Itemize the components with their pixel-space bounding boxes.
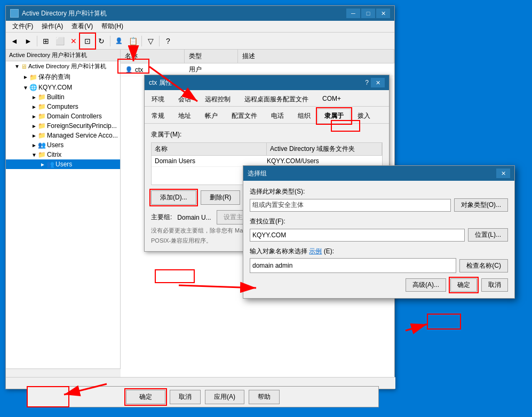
tab-address[interactable]: 地址	[171, 109, 198, 123]
object-type-input[interactable]	[250, 199, 451, 212]
tab-profile[interactable]: 配置文件	[225, 109, 264, 123]
bottom-cancel-button[interactable]: 取消	[170, 390, 201, 404]
add-button[interactable]: 添加(D)...	[151, 190, 196, 205]
citrix-users-icon: 👥	[46, 161, 54, 168]
tree-arrow-aduc: ▼	[14, 63, 21, 69]
aduc-icon: 🖥	[21, 63, 27, 70]
tab-rdp-profile[interactable]: 远程桌面服务配置文件	[237, 92, 315, 106]
menu-help[interactable]: 帮助(H)	[97, 21, 128, 32]
member-of-label: 隶属于(M):	[151, 130, 383, 139]
select-group-dialog: 选择组 ✕ 选择此对象类型(S): 对象类型(O)... 查找位置(F): 位置…	[243, 165, 515, 299]
show-tree-button[interactable]: ⊞	[39, 35, 52, 47]
tab-session[interactable]: 会话	[171, 92, 198, 106]
sg-cancel-button[interactable]: 取消	[481, 278, 508, 292]
tree-item-foreign[interactable]: ► 📁 ForeignSecurityPrincip...	[6, 121, 120, 131]
citrix-icon: 📁	[38, 151, 46, 158]
tree-item-domain-controllers[interactable]: ► 📁 Domain Controllers	[6, 111, 120, 121]
delete-button[interactable]: ✕	[67, 35, 80, 47]
tree-arrow-managed: ►	[31, 133, 38, 139]
toolbar-sep-4	[159, 36, 160, 46]
menu-view[interactable]: 查看(V)	[67, 21, 97, 32]
tab-account[interactable]: 帐户	[198, 109, 225, 123]
menu-bar: 文件(F) 操作(A) 查看(V) 帮助(H)	[6, 21, 394, 33]
location-input[interactable]	[250, 229, 465, 242]
location-button[interactable]: 位置(L)...	[468, 228, 508, 242]
menu-file[interactable]: 文件(F)	[8, 21, 37, 32]
tree-label-domain: KQYY.COM	[38, 84, 72, 91]
sg-close-button[interactable]: ✕	[496, 169, 510, 178]
tree-scrollbar[interactable]	[6, 368, 121, 377]
check-names-button[interactable]: 检查名称(C)	[459, 259, 508, 272]
tree-arrow-builtin: ►	[31, 94, 38, 100]
users-icon: 👥	[38, 141, 46, 149]
minimize-button[interactable]: ─	[346, 9, 360, 18]
tab-dial-in[interactable]: 拨入	[351, 109, 377, 123]
help-button[interactable]: ?	[162, 35, 174, 47]
props-close-button[interactable]: ✕	[371, 78, 385, 87]
tab-org[interactable]: 组织	[291, 109, 317, 123]
tree-item-computers[interactable]: ► 📁 Computers	[6, 102, 120, 111]
bottom-apply-button[interactable]: 应用(A)	[205, 390, 244, 404]
props-help-icon[interactable]: ?	[365, 79, 369, 86]
tree-header: Active Directory 用户和计算机	[6, 50, 120, 61]
tree-arrow-computers: ►	[31, 104, 38, 110]
domain-icon: 🌐	[29, 84, 37, 91]
tree-item-citrix[interactable]: ▼ 📁 Citrix	[6, 150, 120, 159]
member-col-path: Active Directory 域服务文件夹	[267, 143, 382, 155]
tree-item-citrix-users[interactable]: ► 👥 Users	[6, 159, 120, 169]
maximize-button[interactable]: □	[361, 9, 375, 18]
filter-button[interactable]: ▽	[144, 35, 157, 47]
tree-item-builtin[interactable]: ► 📁 Builtin	[6, 92, 120, 102]
member-name-domain-users: Domain Users	[155, 157, 267, 165]
tree-arrow-citrix-users: ►	[40, 162, 46, 167]
col-header-type: 类型	[185, 50, 238, 63]
toolbar: ◄ ► ⊞ ⬜ ✕ ⊡ ↻ 👤 📋 ▽ ?	[6, 33, 394, 50]
close-button[interactable]: ✕	[376, 9, 390, 18]
tree-item-domain[interactable]: ▼ 🌐 KQYY.COM	[6, 83, 120, 92]
sg-ok-button[interactable]: 确定	[450, 278, 477, 292]
forward-button[interactable]: ►	[22, 35, 35, 47]
bottom-ok-button[interactable]: 确定	[126, 390, 165, 404]
group-name-input[interactable]	[250, 258, 456, 273]
member-col-name: 名称	[152, 143, 267, 155]
main-window-title: Active Directory 用户和计算机	[22, 9, 107, 18]
highlight-ok-btn	[427, 314, 461, 330]
foreign-icon: 📁	[38, 122, 46, 130]
managed-icon: 📁	[38, 132, 46, 139]
object-type-button[interactable]: 对象类型(O)...	[454, 198, 508, 212]
tab-phone[interactable]: 电话	[264, 109, 291, 123]
tree-item-saved-queries[interactable]: ► 📁 保存的查询	[6, 71, 120, 83]
tab-com[interactable]: COM+	[315, 92, 348, 106]
tree-label-managed: Managed Service Acco...	[47, 132, 118, 139]
example-link[interactable]: 示例	[309, 247, 322, 255]
copy-button[interactable]: ⬜	[53, 35, 66, 47]
tab-remote-control[interactable]: 远程控制	[198, 92, 237, 106]
properties-button[interactable]: 👤	[113, 35, 125, 47]
new-button[interactable]: ⊡	[81, 35, 94, 47]
tab-environment[interactable]: 环境	[145, 92, 171, 106]
tree-label-saved-queries: 保存的查询	[38, 73, 70, 82]
tree-arrow-dc: ►	[31, 114, 38, 119]
advanced-button[interactable]: 高级(A)...	[406, 278, 446, 292]
tree-label-users: Users	[47, 141, 63, 149]
ctx-type: 用户	[189, 65, 242, 74]
back-button[interactable]: ◄	[8, 35, 21, 47]
tree-label-citrix: Citrix	[47, 151, 61, 158]
tab-member-of[interactable]: 隶属于	[317, 109, 351, 123]
tree-arrow-saved: ►	[23, 74, 29, 80]
menu-action[interactable]: 操作(A)	[37, 21, 67, 32]
policy-button[interactable]: 📋	[126, 35, 139, 47]
dialog-tabs: 环境 会话 远程控制 远程桌面服务配置文件 COM+	[145, 90, 389, 107]
sg-title-bar: 选择组 ✕	[243, 166, 514, 181]
main-window-icon	[10, 9, 19, 18]
refresh-button[interactable]: ↻	[95, 35, 108, 47]
props-dialog-title: ctx 属性	[149, 78, 172, 87]
remove-button[interactable]: 删除(R)	[201, 190, 241, 205]
builtin-icon: 📁	[38, 93, 46, 101]
tab-general[interactable]: 常规	[145, 109, 171, 123]
tree-item-aduc[interactable]: ▼ 🖥 Active Directory 用户和计算机	[6, 61, 120, 71]
tree-item-users[interactable]: ► 👥 Users	[6, 140, 120, 150]
bottom-help-button[interactable]: 帮助	[249, 390, 280, 404]
tree-item-managed[interactable]: ► 📁 Managed Service Acco...	[6, 131, 120, 140]
col-header-desc: 描述	[238, 50, 394, 63]
